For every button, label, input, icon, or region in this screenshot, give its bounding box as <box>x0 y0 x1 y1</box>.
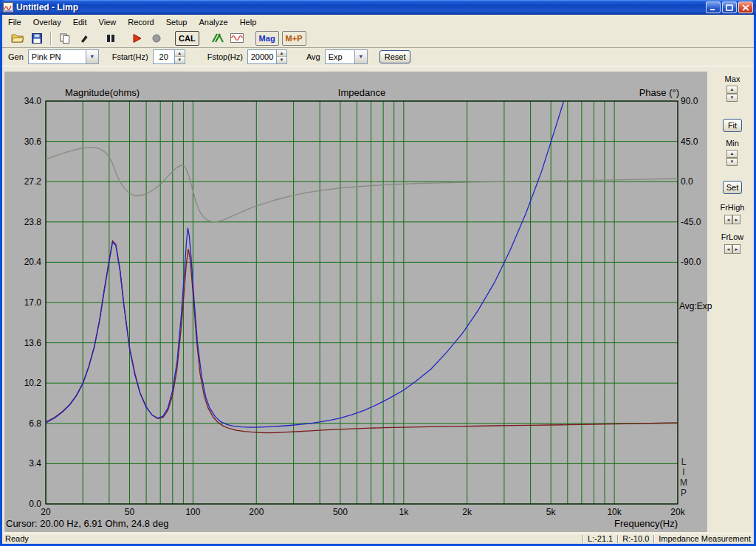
svg-text:27.2: 27.2 <box>24 176 42 187</box>
limp-watermark: P <box>681 488 687 498</box>
left-axis-title: Magnitude(ohms) <box>65 87 140 98</box>
close-button[interactable] <box>738 1 753 13</box>
status-bar: Ready L:-21.1 R:-10.0 Impedance Measurem… <box>2 533 754 544</box>
floppy-save-icon <box>32 33 42 44</box>
svg-text:13.6: 13.6 <box>24 338 42 348</box>
menu-item-record[interactable]: Record <box>122 16 159 28</box>
fit-button[interactable]: Fit <box>723 119 742 132</box>
limp-watermark: I <box>682 467 684 477</box>
max-stepper[interactable]: ▲ ▼ <box>726 86 738 102</box>
svg-text:6.8: 6.8 <box>29 418 41 429</box>
svg-text:200: 200 <box>249 507 264 517</box>
app-icon <box>3 2 13 13</box>
pause-button[interactable] <box>101 30 120 46</box>
max-up-icon[interactable]: ▲ <box>726 86 738 94</box>
fstart-input[interactable] <box>154 50 174 63</box>
stop-icon <box>152 34 161 43</box>
svg-text:10k: 10k <box>607 507 622 517</box>
limp-watermark: L <box>681 457 687 467</box>
svg-text:34.0: 34.0 <box>24 96 42 106</box>
generator-type-value: Pink PN <box>29 50 86 63</box>
record-button[interactable] <box>128 30 147 46</box>
frlow-label: FrLow <box>710 232 755 241</box>
menu-item-edit[interactable]: Edit <box>67 16 93 28</box>
avg-indicator: Avg:Exp <box>679 301 712 311</box>
frhigh-left-icon[interactable]: ◄ <box>724 215 732 224</box>
chart-title: Impedance <box>338 87 385 98</box>
title-bar[interactable]: Untitled - Limp <box>0 0 756 15</box>
fstart-stepper[interactable]: ▲ ▼ <box>153 49 185 64</box>
fstart-down-icon[interactable]: ▼ <box>175 57 185 63</box>
status-ready: Ready <box>5 534 578 543</box>
menu-item-analyze[interactable]: Analyze <box>193 16 233 28</box>
open-file-button[interactable] <box>8 30 27 46</box>
menu-item-file[interactable]: File <box>2 16 27 28</box>
svg-text:50: 50 <box>125 507 135 517</box>
menu-item-help[interactable]: Help <box>234 16 263 28</box>
frlow-stepper[interactable]: ◄ ► <box>724 244 740 254</box>
fstop-input[interactable] <box>248 50 276 63</box>
minimize-button[interactable] <box>706 1 721 13</box>
calibrate-button[interactable]: CAL <box>175 31 199 46</box>
svg-text:20: 20 <box>41 507 51 517</box>
svg-text:20.4: 20.4 <box>24 257 42 267</box>
green-hatch-icon <box>212 33 224 43</box>
fstop-up-icon[interactable]: ▲ <box>277 50 286 57</box>
min-label: Min <box>710 139 755 148</box>
min-up-icon[interactable]: ▲ <box>726 150 738 158</box>
copy-button[interactable] <box>55 30 75 46</box>
chevron-down-icon[interactable]: ▼ <box>354 50 367 63</box>
averaging-dropdown[interactable]: Exp ▼ <box>325 49 368 64</box>
fstart-up-icon[interactable]: ▲ <box>175 50 185 57</box>
fstop-stepper[interactable]: ▲ ▼ <box>247 49 287 64</box>
pen-button[interactable] <box>75 30 94 46</box>
status-right-level: R:-10.0 <box>622 534 649 543</box>
menu-item-overlay[interactable]: Overlay <box>27 16 67 28</box>
menu-item-view[interactable]: View <box>93 16 123 28</box>
svg-text:-90.0: -90.0 <box>681 257 701 267</box>
stop-button[interactable] <box>147 30 166 46</box>
svg-text:-45.0: -45.0 <box>681 217 701 227</box>
magnitude-phase-toggle-button[interactable]: M+P <box>282 31 306 46</box>
chart-tick-labels: 0.03.46.810.213.617.020.423.827.230.634.… <box>24 96 701 517</box>
maximize-button[interactable] <box>722 1 737 13</box>
reset-button[interactable]: Reset <box>379 50 411 63</box>
set-button[interactable]: Set <box>723 181 742 194</box>
status-mode: Impedance Measurement <box>659 534 751 543</box>
chevron-down-icon[interactable]: ▼ <box>86 50 98 63</box>
limp-window: Untitled - Limp File Overlay Edit View R… <box>0 0 756 546</box>
chart-series <box>46 83 678 433</box>
frhigh-right-icon[interactable]: ► <box>732 215 740 224</box>
max-down-icon[interactable]: ▼ <box>726 94 738 102</box>
svg-text:100: 100 <box>185 507 200 517</box>
x-axis-title: Frequency(Hz) <box>614 518 678 529</box>
hatch-button[interactable] <box>208 30 227 46</box>
frhigh-stepper[interactable]: ◄ ► <box>724 215 740 224</box>
magnitude-toggle-button[interactable]: Mag <box>255 31 279 46</box>
copy-icon <box>60 33 70 44</box>
frlow-left-icon[interactable]: ◄ <box>724 244 732 254</box>
averaging-value: Exp <box>326 50 354 63</box>
pen-icon <box>80 34 89 43</box>
generator-button[interactable] <box>227 30 247 46</box>
frlow-right-icon[interactable]: ► <box>732 244 740 254</box>
min-down-icon[interactable]: ▼ <box>726 158 738 166</box>
series-impedance-magnitude <box>46 83 568 427</box>
limp-watermark: M <box>680 477 687 488</box>
max-label: Max <box>710 75 755 83</box>
svg-text:30.6: 30.6 <box>24 136 42 147</box>
svg-text:3.4: 3.4 <box>29 458 41 469</box>
fstop-down-icon[interactable]: ▼ <box>277 57 286 63</box>
fstart-label: Fstart(Hz) <box>112 52 148 61</box>
impedance-chart[interactable]: 0.03.46.810.213.617.020.423.827.230.634.… <box>4 72 707 532</box>
svg-text:17.0: 17.0 <box>24 297 42 308</box>
avg-label: Avg <box>306 52 320 61</box>
generator-type-dropdown[interactable]: Pink PN ▼ <box>28 49 99 64</box>
save-button[interactable] <box>27 30 47 46</box>
min-stepper[interactable]: ▲ ▼ <box>726 150 738 166</box>
menu-item-setup[interactable]: Setup <box>160 16 193 28</box>
svg-text:5k: 5k <box>546 507 557 517</box>
pause-icon <box>106 34 115 43</box>
series-phase <box>46 148 678 222</box>
svg-text:2k: 2k <box>462 507 472 517</box>
